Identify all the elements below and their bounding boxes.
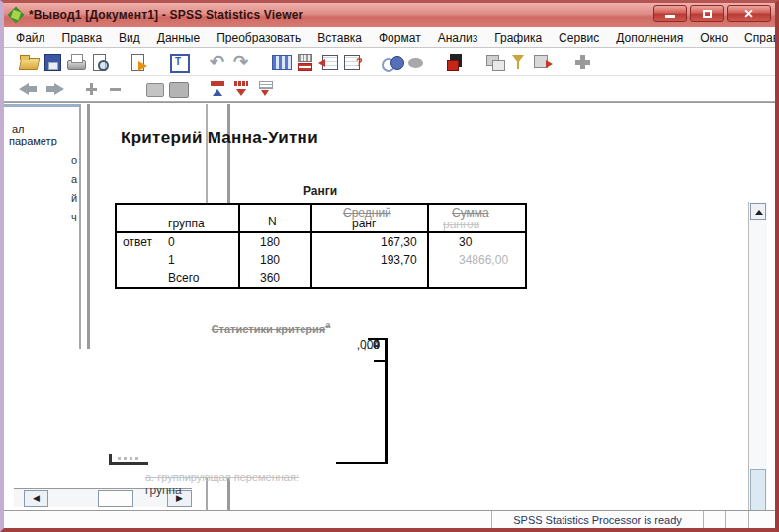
spacer[interactable] bbox=[129, 79, 144, 99]
menu-item[interactable]: Графика bbox=[494, 31, 542, 44]
table-corner-fragment bbox=[109, 454, 148, 465]
goto-case-icon[interactable] bbox=[295, 52, 318, 72]
spacer[interactable] bbox=[152, 52, 168, 72]
export-icon[interactable] bbox=[129, 52, 152, 72]
col-header-n: N bbox=[268, 215, 277, 228]
work-area: ал параметр оайч ◀ ▶ Критерий Манна-Уитн… bbox=[4, 102, 775, 509]
spacer[interactable] bbox=[429, 52, 445, 72]
show-all-icon[interactable] bbox=[405, 52, 429, 72]
save-icon[interactable] bbox=[42, 52, 65, 72]
menu-item[interactable]: Вид bbox=[119, 31, 140, 44]
recall-dialogs-icon[interactable] bbox=[168, 52, 192, 72]
spacer[interactable] bbox=[113, 52, 129, 72]
maximize-button[interactable] bbox=[690, 5, 724, 22]
vertical-scrollbar[interactable] bbox=[748, 202, 767, 532]
spacer[interactable] bbox=[469, 52, 484, 72]
demote-icon[interactable] bbox=[105, 79, 129, 99]
variables-icon[interactable] bbox=[342, 52, 366, 72]
stats-table-fragment: 0 0 ,..4 ,009 bbox=[301, 338, 388, 464]
table-border bbox=[374, 360, 388, 362]
undo-icon[interactable] bbox=[208, 52, 231, 72]
hide-icon[interactable] bbox=[231, 79, 255, 99]
outline-toolbar bbox=[4, 76, 775, 102]
menu-item[interactable]: Вставка bbox=[317, 31, 362, 44]
spacer[interactable] bbox=[192, 79, 208, 99]
row-label: ответ bbox=[123, 235, 152, 249]
scroll-up-icon bbox=[755, 210, 763, 215]
window-arrow-icon[interactable] bbox=[532, 52, 556, 72]
title-bar[interactable]: *Вывод1 [Документ1] - SPSS Statistics Vi… bbox=[4, 3, 775, 27]
spss-viewer-window: *Вывод1 [Документ1] - SPSS Statistics Vi… bbox=[0, 0, 779, 532]
clipped-char: й bbox=[71, 192, 81, 204]
close-button[interactable]: ✕ bbox=[727, 5, 771, 22]
col-header-mean-rank-line2: ранг bbox=[352, 217, 376, 230]
status-panel bbox=[4, 511, 492, 529]
cell-n-r3: 360 bbox=[260, 271, 280, 285]
plus-icon[interactable] bbox=[571, 52, 595, 72]
stats-table-caption: Статистики критерияa bbox=[172, 320, 370, 335]
scroll-left-button[interactable]: ◀ bbox=[24, 490, 48, 507]
stats-footnote-line2: группа bbox=[145, 484, 182, 497]
status-message: SPSS Statistics Processor is ready bbox=[492, 511, 704, 529]
minimize-icon bbox=[665, 15, 675, 18]
outline-text-fragment: параметр bbox=[9, 135, 57, 146]
table-border bbox=[238, 205, 240, 287]
menu-item[interactable]: Правка bbox=[62, 31, 103, 44]
goto-data-icon[interactable] bbox=[271, 52, 295, 72]
show-icon[interactable] bbox=[208, 79, 231, 99]
horizontal-scroll-thumb[interactable] bbox=[98, 490, 133, 507]
menu-item[interactable]: Формат bbox=[379, 31, 421, 44]
spacer[interactable] bbox=[255, 52, 271, 72]
table-border bbox=[336, 462, 388, 464]
menu-item[interactable]: Сервис bbox=[559, 31, 599, 44]
caption-footnote-marker: a bbox=[325, 320, 330, 330]
close-icon: ✕ bbox=[743, 8, 753, 20]
output-heading: Критерий Манна-Уитни bbox=[121, 129, 318, 148]
collapse-icon[interactable] bbox=[168, 79, 192, 99]
clipped-char: о bbox=[71, 154, 81, 166]
insert-cases-icon[interactable] bbox=[318, 52, 342, 72]
spacer[interactable] bbox=[65, 79, 81, 99]
run-script-icon[interactable] bbox=[445, 52, 469, 72]
pane-divider bbox=[79, 104, 81, 349]
clipped-char: а bbox=[71, 173, 81, 185]
print-icon[interactable] bbox=[65, 52, 89, 72]
menu-item[interactable]: Дополнения bbox=[616, 31, 683, 44]
pane-divider[interactable] bbox=[227, 104, 230, 215]
cell-n-r2: 180 bbox=[260, 253, 280, 267]
heading-icon[interactable] bbox=[255, 79, 279, 99]
outline-pane-fragment: ал параметр bbox=[4, 104, 79, 147]
pane-divider[interactable] bbox=[87, 104, 90, 349]
spacer[interactable] bbox=[192, 52, 208, 72]
windows-icon[interactable] bbox=[484, 52, 508, 72]
menu-item[interactable]: Файл bbox=[16, 31, 45, 44]
pane-divider bbox=[206, 104, 208, 215]
menu-item[interactable]: Анализ bbox=[438, 31, 478, 44]
open-icon[interactable] bbox=[18, 52, 42, 72]
cell-n-r1: 180 bbox=[260, 235, 280, 249]
back-icon[interactable] bbox=[18, 79, 42, 99]
menu-item[interactable]: Преобразовать bbox=[216, 31, 301, 44]
menu-item[interactable]: Окно bbox=[700, 31, 728, 44]
use-sets-icon[interactable] bbox=[382, 52, 405, 72]
table-border bbox=[427, 205, 429, 287]
spacer[interactable] bbox=[366, 52, 382, 72]
outline-clipped-text: оайч bbox=[71, 154, 81, 222]
redo-icon[interactable] bbox=[231, 52, 255, 72]
minimize-button[interactable] bbox=[653, 5, 687, 22]
menu-item[interactable]: Справка bbox=[744, 31, 779, 44]
outline-text-fragment: ал bbox=[12, 123, 25, 134]
menu-item[interactable]: Данные bbox=[157, 31, 200, 44]
status-panel bbox=[726, 511, 749, 529]
forward-icon[interactable] bbox=[42, 79, 65, 99]
scroll-up-button[interactable] bbox=[750, 203, 766, 220]
promote-icon[interactable] bbox=[81, 79, 105, 99]
spacer[interactable] bbox=[556, 52, 571, 72]
print-preview-icon[interactable] bbox=[89, 52, 113, 72]
expand-icon[interactable] bbox=[144, 79, 168, 99]
table-border bbox=[117, 231, 525, 233]
maximize-icon bbox=[703, 10, 712, 18]
select-output-icon[interactable] bbox=[508, 52, 532, 72]
whiteout-overlay bbox=[473, 234, 516, 249]
stats-footnote-line1: а. группирующая переменная: bbox=[145, 471, 299, 483]
